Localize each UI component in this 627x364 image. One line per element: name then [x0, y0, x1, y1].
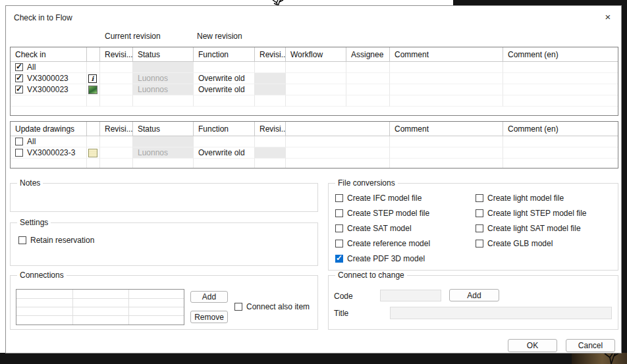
create-light-step-option[interactable]: Create light STEP model file	[476, 209, 587, 218]
connect-also-item-option[interactable]: Connect also item	[234, 302, 310, 311]
table-row-empty	[11, 95, 618, 107]
file-conversions-group: File conversions Create IFC model file C…	[328, 183, 618, 271]
create-glb-checkbox[interactable]	[476, 240, 483, 247]
create-sat-checkbox[interactable]	[335, 224, 343, 232]
create-pdf3d-checkbox[interactable]	[335, 255, 343, 263]
create-step-option[interactable]: Create STEP model file	[335, 209, 429, 218]
model-thumbnail-icon[interactable]	[88, 86, 97, 94]
checkin-to-flow-dialog: Check in to Flow × Current revision New …	[5, 5, 622, 353]
row-checkbox[interactable]	[15, 74, 23, 82]
title-input[interactable]	[390, 307, 612, 319]
info-icon[interactable]: i	[88, 74, 97, 83]
create-sat-option[interactable]: Create SAT model	[335, 224, 412, 233]
connections-list[interactable]	[16, 289, 184, 325]
retain-reservation-option[interactable]: Retain reservation	[18, 236, 94, 245]
column-header-revision2: Revisi...	[255, 122, 286, 136]
connections-label: Connections	[17, 271, 67, 280]
title-label: Title	[334, 309, 348, 318]
empty-cell	[255, 95, 286, 107]
connections-remove-button[interactable]: Remove	[190, 311, 228, 323]
ok-button[interactable]: OK	[508, 339, 557, 352]
table-row[interactable]: VX3000023 i Luonnos Overwrite old	[11, 73, 618, 84]
status-cell: Luonnos	[133, 73, 194, 84]
row-checkbox[interactable]	[15, 138, 23, 145]
connect-to-change-label: Connect to change	[335, 271, 407, 280]
row-label: VX3000023	[27, 85, 68, 94]
option-label: Create STEP model file	[347, 209, 429, 218]
notes-group: Notes	[10, 183, 318, 212]
table-row[interactable]: VX3000023-3 Luonnos Overwrite old	[11, 147, 618, 159]
status-cell	[133, 136, 194, 147]
empty-cell	[346, 95, 390, 107]
row-checkbox[interactable]	[15, 86, 23, 93]
connections-group: Connections Add Remove Connect also item	[10, 275, 318, 330]
create-light-model-option[interactable]: Create light model file	[476, 194, 564, 203]
assignee-cell	[346, 84, 390, 95]
comment-en-cell	[503, 136, 618, 147]
empty-cell	[390, 95, 503, 107]
workflow-cell	[286, 84, 346, 95]
column-header-comment-en: Comment (en)	[503, 122, 618, 136]
connect-to-change-add-button[interactable]: Add	[449, 289, 499, 301]
status-cell	[133, 62, 194, 73]
connections-add-button[interactable]: Add	[190, 291, 228, 303]
column-header-status: Status	[133, 122, 194, 136]
revision-cell	[100, 84, 133, 95]
create-light-sat-checkbox[interactable]	[476, 224, 483, 232]
create-light-model-checkbox[interactable]	[476, 194, 483, 202]
settings-label: Settings	[17, 218, 51, 227]
drawing-thumbnail-icon[interactable]	[88, 149, 97, 157]
blank-cell	[286, 136, 390, 147]
file-conversions-label: File conversions	[335, 178, 398, 188]
option-label: Create PDF 3D model	[347, 254, 425, 263]
row-label: VX3000023-3	[27, 148, 75, 157]
row-label-cell: VX3000023	[11, 84, 87, 95]
comment-en-cell	[503, 84, 618, 95]
cancel-button[interactable]: Cancel	[566, 339, 615, 352]
empty-cell	[503, 159, 618, 169]
table-row-all[interactable]: All	[11, 62, 618, 73]
retain-reservation-checkbox[interactable]	[18, 236, 26, 244]
background-viewport-dark-right	[621, 0, 627, 364]
create-light-step-checkbox[interactable]	[476, 209, 483, 217]
option-label: Create light STEP model file	[487, 209, 587, 218]
create-pdf3d-option[interactable]: Create PDF 3D model	[335, 254, 425, 263]
column-header-comment: Comment	[390, 122, 503, 136]
table-row-all[interactable]: All	[11, 136, 618, 147]
row-checkbox[interactable]	[15, 63, 23, 71]
create-step-checkbox[interactable]	[335, 209, 343, 217]
close-icon[interactable]: ×	[601, 11, 614, 24]
status-cell: Luonnos	[133, 147, 194, 159]
option-label: Create IFC model file	[347, 194, 422, 203]
function-value: Overwrite old	[198, 74, 245, 83]
create-reference-option[interactable]: Create reference model	[335, 239, 430, 248]
dialog-titlebar[interactable]: Check in to Flow ×	[6, 6, 621, 26]
column-header-comment: Comment	[390, 47, 503, 62]
row-label-cell: All	[11, 62, 87, 73]
comment-cell	[390, 73, 503, 84]
empty-cell	[87, 95, 100, 107]
checkin-table-header: Check in Revisi... Status Function Revis…	[11, 47, 618, 62]
list-gridline	[16, 298, 184, 299]
row-checkbox[interactable]	[15, 149, 23, 157]
create-ifc-option[interactable]: Create IFC model file	[335, 194, 422, 203]
code-label: Code	[334, 292, 353, 301]
create-light-sat-option[interactable]: Create light SAT model file	[476, 224, 581, 233]
create-reference-checkbox[interactable]	[335, 240, 343, 247]
create-ifc-checkbox[interactable]	[335, 194, 343, 202]
notes-label: Notes	[17, 178, 43, 188]
option-label: Create SAT model	[347, 224, 412, 233]
background-tree-icon	[598, 352, 624, 364]
row-icon-cell	[87, 147, 100, 159]
new-revision-label: New revision	[197, 32, 242, 41]
create-glb-option[interactable]: Create GLB model	[476, 239, 553, 248]
table-row[interactable]: VX3000023 Luonnos Overwrite old	[11, 84, 618, 95]
connect-also-item-checkbox[interactable]	[234, 303, 242, 311]
option-label: Create light model file	[487, 194, 564, 203]
empty-cell	[286, 159, 390, 169]
row-icon-cell	[87, 84, 100, 95]
column-header-icon	[87, 47, 100, 62]
comment-en-cell	[503, 147, 618, 159]
row-label-cell: All	[11, 136, 87, 147]
code-input[interactable]	[380, 290, 441, 301]
